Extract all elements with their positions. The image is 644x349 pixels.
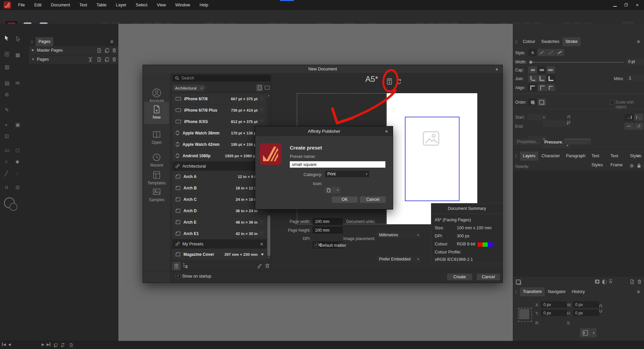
preset-row[interactable]: Arch E142 in × 30 in♡ xyxy=(172,228,267,239)
section-menu-icon[interactable]: ≡. xyxy=(260,242,264,246)
menu-table[interactable]: Table xyxy=(92,0,111,10)
cap-round-button[interactable] xyxy=(537,66,546,73)
first-page-button[interactable]: ​◀ xyxy=(2,342,6,347)
favourite-heart-icon[interactable]: ♥ xyxy=(258,252,264,257)
selection-box-mode-chevron[interactable]: ▾ xyxy=(591,328,596,337)
close-preset-dialog-icon[interactable]: × xyxy=(385,128,388,134)
vector-brush-tool-icon[interactable]: + xyxy=(5,122,8,127)
scroll-down-icon[interactable]: ▼ xyxy=(267,256,270,259)
pressure-profile-box[interactable] xyxy=(564,139,591,144)
remove-arrows-button[interactable]: ↺ xyxy=(634,123,643,130)
width-slider-knob[interactable] xyxy=(529,61,532,64)
transparency-tool-icon[interactable]: ⊘ xyxy=(5,92,9,98)
blend-options-gear-icon[interactable] xyxy=(630,164,634,168)
y-field[interactable]: 0 px xyxy=(541,310,567,316)
join-mitre-button[interactable] xyxy=(546,75,555,82)
preset-section-my-presets[interactable]: My Presets≡. xyxy=(172,239,267,248)
favourite-heart-icon[interactable]: ♡ xyxy=(258,231,264,236)
favourite-heart-icon[interactable]: ♡ xyxy=(258,96,264,101)
align-outside-button[interactable] xyxy=(546,84,555,91)
close-dialog-icon[interactable]: × xyxy=(495,67,498,72)
favourite-heart-icon[interactable]: ♡ xyxy=(258,108,264,113)
align-centre-button[interactable] xyxy=(528,84,537,91)
fill-tool-icon[interactable]: ◌ xyxy=(15,171,18,176)
stroke-style-solid-button[interactable] xyxy=(537,49,546,56)
panel-grip[interactable]: || xyxy=(31,37,34,46)
arrow-align-tip-button[interactable]: → xyxy=(625,114,634,121)
page-tool-icon[interactable]: ✉ xyxy=(15,80,20,86)
preset-row[interactable]: iPhone 6/7/8 Plus736 pt × 414 pt♡ xyxy=(172,105,267,116)
panel-grip[interactable]: || xyxy=(515,37,518,46)
restore-button[interactable] xyxy=(621,0,631,10)
category-filter-dropdown[interactable]: Architectural▾ xyxy=(173,85,204,91)
node-edit-tool-icon[interactable]: ▣ xyxy=(15,122,20,128)
menu-help[interactable]: Help xyxy=(195,0,213,10)
width-value-field[interactable]: 0 pt xyxy=(626,58,644,65)
search-input[interactable]: Search xyxy=(172,75,271,81)
scale-with-object-checkbox[interactable] xyxy=(610,100,614,105)
chevron-down-icon[interactable]: ▼ xyxy=(32,58,35,61)
shape-tool-icon[interactable]: ◆ xyxy=(15,159,19,165)
document-units-dropdown[interactable]: Millimetres▾ xyxy=(377,231,421,238)
join-round-button[interactable] xyxy=(528,75,537,82)
table-tool-icon[interactable]: ▦ xyxy=(15,52,20,58)
preflight-refresh-icon[interactable] xyxy=(60,343,65,347)
stroke-style-dash-button[interactable] xyxy=(546,49,555,56)
cap-butt-button[interactable] xyxy=(528,66,537,73)
preset-row[interactable]: Magazine Cover297 mm × 230 mm♥ xyxy=(172,249,267,260)
menu-view[interactable]: View xyxy=(152,0,171,10)
preset-row[interactable]: Apple Watch 42mm195 pt × 156 pt♡ xyxy=(172,139,267,150)
delete-preset-button[interactable] xyxy=(265,263,270,269)
landscape-view-toggle[interactable] xyxy=(264,84,271,91)
rename-preset-button[interactable] xyxy=(257,263,262,269)
ok-button[interactable]: OK xyxy=(332,196,358,203)
master-pages-row[interactable]: ▶ Master Pages xyxy=(29,46,118,55)
stroke-style-brush-button[interactable] xyxy=(555,49,564,56)
transform-panel-menu-icon[interactable]: ≡ xyxy=(637,289,640,294)
cancel-preset-button[interactable]: Cancel xyxy=(360,196,386,203)
x-field[interactable]: 0 px xyxy=(541,301,567,308)
pages-group-row[interactable]: ▼ Pages xyxy=(29,55,118,64)
node-tool-icon[interactable] xyxy=(15,36,21,42)
join-bevel-button[interactable] xyxy=(537,75,546,82)
tab-colour[interactable]: Colour xyxy=(520,37,538,46)
rounded-rectangle-tool-icon[interactable]: ◻ xyxy=(15,147,19,153)
nav-new[interactable]: New xyxy=(144,102,169,124)
swap-arrows-button[interactable]: ↩ xyxy=(625,123,634,130)
preset-section-architectural[interactable]: Architectural xyxy=(172,162,267,171)
pages-overview-icon[interactable] xyxy=(69,343,73,347)
ellipse-tool-icon[interactable]: ○ xyxy=(5,159,8,164)
page-height-field[interactable]: 100 mm xyxy=(313,227,343,234)
tab-stroke[interactable]: Stroke xyxy=(562,37,581,46)
menu-select[interactable]: Select xyxy=(131,0,152,10)
image-placement-dropdown[interactable]: Prefer Embedded▾ xyxy=(377,255,421,263)
trash-icon[interactable] xyxy=(112,48,117,53)
preset-row[interactable]: Arch B18 in × 12 in♡ xyxy=(172,182,267,193)
duplicate-icon[interactable] xyxy=(104,57,109,62)
anchor-point-selector[interactable] xyxy=(518,308,532,322)
tab-text-frame[interactable]: Text Frame xyxy=(607,152,627,161)
align-inside-button[interactable] xyxy=(537,84,546,91)
menu-edit[interactable]: Edit xyxy=(30,0,46,10)
order-front-button[interactable] xyxy=(528,99,537,106)
favourites-filter-heart-icon[interactable]: ♡ xyxy=(203,85,207,91)
preset-row[interactable]: Arch E48 in × 36 in♡ xyxy=(172,217,267,228)
colour-selector-back-icon[interactable] xyxy=(9,203,17,211)
tab-transform[interactable]: Transform xyxy=(520,287,545,296)
trash-icon[interactable] xyxy=(112,57,117,62)
layer-effects-fx-icon[interactable]: fx xyxy=(609,279,612,284)
show-on-startup-checkbox[interactable]: ✓ xyxy=(176,274,180,278)
cancel-button[interactable]: Cancel xyxy=(477,274,500,280)
stroke-panel-menu-icon[interactable]: ≡ xyxy=(637,39,640,44)
artistic-text-tool-icon[interactable]: A xyxy=(5,52,9,56)
mask-layer-icon[interactable] xyxy=(595,280,599,284)
favourite-heart-icon[interactable]: ♡ xyxy=(258,220,264,225)
frame-text-tool-icon[interactable]: ▥ xyxy=(5,64,9,70)
h-field[interactable]: 0 px xyxy=(573,310,599,316)
portrait-view-toggle[interactable] xyxy=(256,84,263,91)
properties-button[interactable]: Properties... xyxy=(515,139,541,145)
menu-text[interactable]: Text xyxy=(75,0,92,10)
preset-row[interactable]: iPhone 6/7/8667 pt × 375 pt♡ xyxy=(172,93,267,104)
hand-tool-icon[interactable]: ∪ xyxy=(5,184,8,190)
preset-row[interactable]: Apple Watch 38mm170 pt × 136 pt♡ xyxy=(172,127,267,138)
